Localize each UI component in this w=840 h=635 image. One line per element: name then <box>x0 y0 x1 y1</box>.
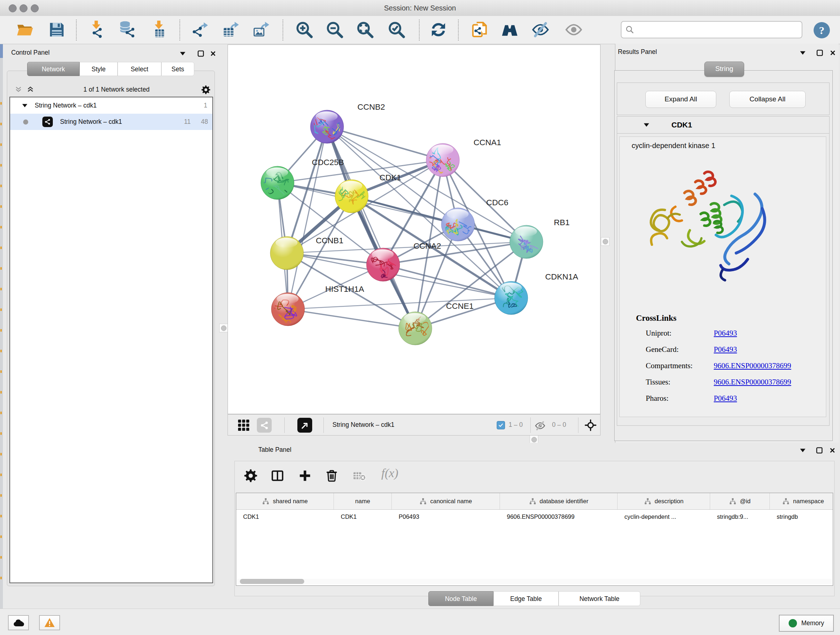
string-view-icon[interactable] <box>257 418 272 432</box>
column-header-shared-name[interactable]: shared name <box>236 493 334 509</box>
create-column-plus-icon[interactable] <box>297 468 313 484</box>
hide-eye-slash-icon[interactable] <box>530 19 551 40</box>
zoom-out-icon[interactable] <box>324 19 345 40</box>
table-panel-close-icon[interactable] <box>829 447 836 454</box>
scrollbar-thumb[interactable] <box>240 579 304 584</box>
birds-eye-grid-icon[interactable] <box>237 418 250 432</box>
network-node-CCNA1[interactable]: CCNA1 <box>423 138 501 181</box>
gene-expander-icon[interactable] <box>643 121 651 129</box>
expand-all-networks-icon[interactable] <box>27 86 34 93</box>
network-edge[interactable] <box>288 309 415 328</box>
export-table-icon[interactable] <box>220 19 241 40</box>
network-node-HIST1H1A[interactable]: HIST1H1A <box>270 285 364 326</box>
table-cell: stringdb:9... <box>710 509 770 524</box>
open-in-new-window-icon[interactable] <box>297 418 312 432</box>
tab-string[interactable]: String <box>704 62 744 77</box>
network-edge[interactable] <box>288 127 327 309</box>
control-panel-float-menu-icon[interactable] <box>179 50 187 57</box>
network-options-gear-icon[interactable] <box>201 85 210 95</box>
delete-column-trash-icon[interactable] <box>324 468 340 484</box>
left-splitter-handle[interactable] <box>219 324 228 333</box>
search-icon <box>625 25 635 35</box>
tab-select[interactable]: Select <box>118 62 161 76</box>
zoom-in-icon[interactable] <box>294 19 315 40</box>
collapse-all-button[interactable]: Collapse All <box>729 91 806 108</box>
tab-node-table[interactable]: Node Table <box>428 591 493 606</box>
control-panel-close-icon[interactable] <box>209 50 217 57</box>
cloud-button[interactable] <box>8 615 29 630</box>
binoculars-icon[interactable] <box>499 19 520 40</box>
gene-section-header[interactable]: CDK1 <box>617 117 829 134</box>
zoom-fit-icon[interactable] <box>355 19 376 40</box>
import-database-icon[interactable] <box>116 19 137 40</box>
collapse-all-networks-icon[interactable] <box>14 86 22 93</box>
network-edges <box>278 127 526 328</box>
column-header-name[interactable]: name <box>334 493 392 509</box>
network-node-CDKN1A[interactable]: CDKN1A <box>494 272 578 315</box>
zoom-selected-icon[interactable] <box>386 19 407 40</box>
import-network-icon[interactable] <box>86 19 107 40</box>
right-splitter-handle[interactable] <box>601 237 609 246</box>
tab-edge-table[interactable]: Edge Table <box>493 591 559 606</box>
table-options-gear-icon[interactable] <box>243 468 259 484</box>
table-panel-title: Table Panel <box>258 446 291 454</box>
refresh-icon[interactable] <box>428 19 449 40</box>
control-panel-float-icon[interactable] <box>197 50 205 57</box>
protein-structure-image <box>638 164 780 287</box>
table-container: f(x) shared namenamecanonical namedataba… <box>234 461 835 596</box>
tab-sets[interactable]: Sets <box>161 62 194 76</box>
crosslink-link[interactable]: P06493 <box>714 345 737 354</box>
crosshair-icon[interactable] <box>584 419 597 431</box>
table-panel-float-icon[interactable] <box>815 447 823 454</box>
export-image-icon[interactable] <box>250 19 271 40</box>
export-network-icon[interactable] <box>189 19 210 40</box>
column-header--id[interactable]: @id <box>710 493 770 509</box>
crosslink-label: Pharos: <box>646 394 668 403</box>
table-panel-float-menu-icon[interactable] <box>799 447 807 454</box>
table-cell: 9606.ENSP00000378699 <box>500 509 617 524</box>
hierarchy-icon <box>782 497 790 505</box>
crosslink-link[interactable]: 9606.ENSP00000378699 <box>714 361 791 371</box>
results-panel-close-icon[interactable] <box>829 49 837 57</box>
import-table-icon[interactable] <box>148 19 169 40</box>
show-columns-icon[interactable] <box>270 468 286 484</box>
expand-all-button[interactable]: Expand All <box>645 91 716 108</box>
gene-details: cyclin-dependent kinase 1 CrossLinks Uni… <box>619 136 826 417</box>
background-window-edge <box>0 44 3 608</box>
tab-network-table[interactable]: Network Table <box>559 591 640 606</box>
results-panel-float-icon[interactable] <box>816 49 824 57</box>
column-header-namespace[interactable]: namespace <box>770 493 833 509</box>
show-eye-icon[interactable] <box>563 19 584 40</box>
crosslink-link[interactable]: P06493 <box>714 329 737 338</box>
table-horizontal-scrollbar[interactable] <box>237 579 832 584</box>
collection-expander-icon[interactable] <box>21 102 28 109</box>
help-icon[interactable]: ? <box>813 22 830 38</box>
node-label-CCNA1: CCNA1 <box>474 138 501 147</box>
hierarchy-icon <box>419 497 427 505</box>
warning-button[interactable] <box>39 615 60 630</box>
tab-style[interactable]: Style <box>80 62 118 76</box>
column-header-canonical-name[interactable]: canonical name <box>392 493 500 509</box>
network-view-title: String Network – cdk1 <box>332 415 394 436</box>
network-row[interactable]: String Network – cdk1 11 48 <box>10 114 212 130</box>
column-header-database-identifier[interactable]: database identifier <box>500 493 617 509</box>
tab-network[interactable]: Network <box>27 62 80 76</box>
network-edge[interactable] <box>383 264 511 298</box>
save-session-icon[interactable] <box>46 19 67 40</box>
network-node-RB1[interactable]: RB1 <box>510 218 570 260</box>
network-edge[interactable] <box>288 298 511 309</box>
crosslink-link[interactable]: 9606.ENSP00000378699 <box>714 378 791 386</box>
network-canvas[interactable]: CCNB2 CCNA1 CDC25B CDK1 CDC6 RB1 <box>227 44 600 414</box>
search-input[interactable] <box>635 24 802 35</box>
selected-checkbox[interactable] <box>497 421 505 429</box>
crosslink-label: Tissues: <box>646 378 670 386</box>
crosslink-link[interactable]: P06493 <box>714 394 737 403</box>
memory-button[interactable]: Memory <box>779 615 834 632</box>
column-header-description[interactable]: description <box>617 493 710 509</box>
open-folder-icon[interactable] <box>14 19 35 40</box>
status-bar: Memory <box>0 608 840 635</box>
network-node-CCNE1[interactable]: CCNE1 <box>399 302 474 345</box>
results-panel-float-menu-icon[interactable] <box>799 49 807 57</box>
copy-documents-icon[interactable] <box>469 19 490 40</box>
network-collection-row[interactable]: String Network – cdk1 1 <box>10 97 212 114</box>
